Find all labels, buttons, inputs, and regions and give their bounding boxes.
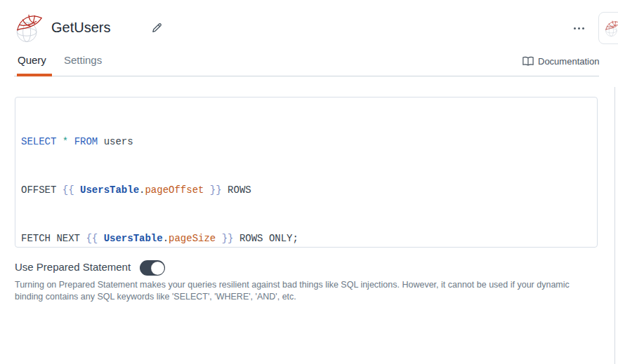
documentation-link[interactable]: Documentation bbox=[522, 56, 599, 67]
query-editor-page: GetUsers Query Settings Documentation SE… bbox=[0, 0, 618, 364]
datasource-card[interactable] bbox=[598, 12, 618, 44]
prepared-statement-help-text: Turning on Prepared Statement makes your… bbox=[15, 279, 578, 302]
ellipsis-icon bbox=[582, 27, 584, 29]
right-panel-divider bbox=[614, 87, 615, 364]
book-icon bbox=[522, 56, 534, 67]
ellipsis-icon bbox=[578, 27, 580, 29]
binding-brace: }} bbox=[216, 233, 233, 244]
prepared-statement-toggle[interactable] bbox=[140, 260, 165, 276]
sql-code-editor[interactable]: SELECT * FROM users OFFSET {{ UsersTable… bbox=[15, 97, 598, 248]
sql-server-logo bbox=[14, 11, 44, 43]
page-title: GetUsers bbox=[51, 20, 110, 36]
sql-keyword: FROM bbox=[74, 136, 98, 147]
binding-property: pageOffset bbox=[145, 184, 204, 196]
sql-text: users bbox=[98, 136, 133, 147]
binding-entity: UsersTable bbox=[80, 184, 139, 196]
code-line: FETCH NEXT {{ UsersTable.pageSize }} ROW… bbox=[21, 231, 597, 247]
documentation-label: Documentation bbox=[538, 56, 599, 67]
sql-keyword: SELECT bbox=[21, 136, 56, 147]
edit-name-button[interactable] bbox=[148, 20, 165, 37]
sql-text: OFFSET bbox=[21, 184, 63, 196]
tab-bar-divider bbox=[14, 76, 599, 76]
prepared-statement-label: Use Prepared Statement bbox=[15, 261, 131, 273]
ellipsis-icon bbox=[574, 27, 576, 29]
code-line: SELECT * FROM users bbox=[21, 134, 597, 150]
binding-property: pageSize bbox=[169, 233, 216, 244]
sql-text: FETCH NEXT bbox=[21, 233, 86, 244]
active-tab-indicator bbox=[17, 74, 52, 76]
tab-settings[interactable]: Settings bbox=[64, 54, 102, 66]
binding-brace: {{ bbox=[86, 233, 103, 244]
pencil-icon bbox=[150, 21, 164, 34]
code-line: OFFSET {{ UsersTable.pageOffset }} ROWS bbox=[21, 182, 597, 198]
sql-text bbox=[68, 136, 74, 147]
sql-text bbox=[56, 136, 62, 147]
sql-server-logo bbox=[604, 19, 618, 37]
binding-entity: UsersTable bbox=[104, 233, 163, 244]
binding-brace: }} bbox=[204, 184, 221, 196]
tab-query[interactable]: Query bbox=[18, 54, 46, 66]
more-menu-button[interactable] bbox=[569, 22, 589, 34]
sql-text: . bbox=[163, 233, 169, 244]
sql-operator: * bbox=[63, 136, 68, 147]
sql-text: ROWS ONLY; bbox=[234, 233, 298, 244]
sql-text: ROWS bbox=[222, 184, 251, 196]
toggle-knob bbox=[151, 262, 164, 275]
binding-brace: {{ bbox=[63, 184, 80, 196]
